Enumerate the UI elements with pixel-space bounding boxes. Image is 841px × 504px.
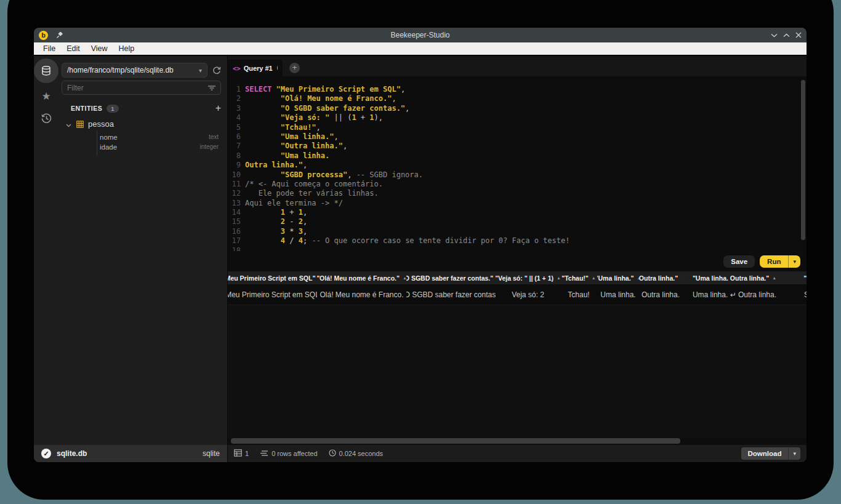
- table-cell[interactable]: Meu Primeiro Script em SQL: [228, 284, 317, 305]
- unsaved-dot-icon: [277, 66, 278, 70]
- history-tab-icon[interactable]: [41, 113, 52, 124]
- results-empty-area: [228, 306, 807, 438]
- column-header[interactable]: "Uma linha. Outra linha."▲: [682, 271, 787, 284]
- column-header[interactable]: "SGBD: [787, 271, 807, 284]
- column-header[interactable]: "Olá! Meu nome é Franco."▲: [317, 271, 406, 284]
- sidebar: ★ /home/franco/tmp/sqlite/sqlite.db ▾: [34, 56, 228, 462]
- menu-help[interactable]: Help: [115, 43, 139, 54]
- connection-type: sqlite: [203, 449, 220, 458]
- code-line: 11/* <- Aqui começa o comentário.: [228, 180, 807, 189]
- clock-icon: [329, 449, 336, 458]
- result-count-item: 1: [234, 449, 249, 458]
- main-area: <> Query #1 + 1SELECT "Meu Primeiro Scri…: [228, 56, 807, 462]
- query-actions: Save Run ▾: [228, 251, 807, 271]
- sql-editor[interactable]: 1SELECT "Meu Primeiro Script em SQL",2 "…: [228, 76, 807, 251]
- connection-name: sqlite.db: [57, 449, 87, 458]
- table-cell[interactable]: Outra linha.: [639, 284, 682, 305]
- minimize-icon[interactable]: [771, 33, 778, 38]
- table-cell[interactable]: Tchau!: [560, 284, 597, 305]
- window-title: Beekeeper-Studio: [34, 31, 807, 39]
- add-entity-icon[interactable]: +: [215, 104, 221, 113]
- column-header[interactable]: "Outra linha."▲: [639, 271, 682, 284]
- column-header[interactable]: "Meu Primeiro Script em SQL"▲: [228, 271, 317, 284]
- table-cell[interactable]: Uma linha.: [597, 284, 639, 305]
- chevron-down-icon[interactable]: [66, 119, 71, 130]
- maximize-icon[interactable]: [783, 33, 790, 38]
- beekeeper-studio-window: b Beekeeper-Studio File Edit View Help ★: [34, 28, 807, 462]
- code-line: 13Aqui ele termina -> */: [228, 199, 807, 208]
- code-line: 17 4 / 4; -- O que ocorre caso se tente …: [228, 236, 807, 246]
- code-line: 6 "Uma linha.",: [228, 132, 807, 142]
- entities-count-badge: 1: [107, 105, 118, 113]
- code-line: 3 "O SGBD saber fazer contas.",: [228, 104, 807, 113]
- entities-label: ENTITIES: [71, 105, 102, 112]
- table-name: pessoa: [88, 119, 114, 129]
- column-header[interactable]: "O SGBD saber fazer contas."▲: [406, 271, 496, 284]
- menu-file[interactable]: File: [39, 43, 60, 54]
- code-line: 10 "SGBD processa", -- SGBD ignora.: [228, 170, 807, 180]
- filter-input[interactable]: Filter: [62, 81, 221, 95]
- favorites-tab-icon[interactable]: ★: [41, 91, 50, 102]
- editor-vertical-scrollbar[interactable]: [801, 80, 805, 240]
- result-count: 1: [245, 450, 249, 457]
- download-button-group: Download ▾: [741, 447, 800, 460]
- table-cell[interactable]: SGBD: [787, 284, 807, 305]
- column-item-idade[interactable]: idade integer: [100, 142, 219, 151]
- menu-edit[interactable]: Edit: [62, 43, 84, 54]
- column-type: integer: [199, 143, 219, 150]
- save-button[interactable]: Save: [723, 255, 755, 268]
- column-header[interactable]: "Uma linha."▲: [597, 271, 639, 284]
- code-line: 12 Ele pode ter várias linhas.: [228, 189, 807, 198]
- connection-select[interactable]: /home/franco/tmp/sqlite/sqlite.db ▾: [62, 63, 207, 78]
- code-line: 1SELECT "Meu Primeiro Script em SQL",: [228, 85, 807, 94]
- results-horizontal-scrollbar[interactable]: [231, 438, 680, 444]
- table-cell[interactable]: Uma linha. ↵ Outra linha.: [682, 284, 787, 305]
- new-tab-button[interactable]: +: [289, 63, 300, 73]
- run-button-group: Run ▾: [760, 255, 800, 268]
- column-name: idade: [100, 143, 117, 151]
- tab-label: Query #1: [244, 65, 273, 72]
- download-button[interactable]: Download: [741, 447, 789, 460]
- download-options-caret-icon[interactable]: ▾: [788, 447, 800, 460]
- code-line: 5 "Tchau!",: [228, 123, 807, 132]
- table-cell[interactable]: O SGBD saber fazer contas.: [406, 284, 496, 305]
- result-grid-icon: [234, 449, 242, 458]
- filter-icon: [208, 82, 215, 94]
- table-cell[interactable]: Veja só: 2: [496, 284, 560, 305]
- table-cell[interactable]: Olá! Meu nome é Franco.: [317, 284, 406, 305]
- connection-path: /home/franco/tmp/sqlite/sqlite.db: [67, 66, 195, 74]
- close-icon[interactable]: [795, 32, 802, 38]
- refresh-icon[interactable]: [212, 66, 221, 74]
- run-options-caret-icon[interactable]: ▾: [788, 255, 800, 268]
- column-name: nome: [100, 134, 118, 141]
- sort-asc-icon[interactable]: ▲: [592, 276, 596, 280]
- code-line: 8 "Uma linha.: [228, 151, 807, 161]
- results-header-row: "Meu Primeiro Script em SQL"▲"Olá! Meu n…: [228, 271, 807, 284]
- code-line: 4 "Veja só: " || (1 + 1),: [228, 113, 807, 122]
- code-line: 7 "Outra linha.",: [228, 142, 807, 151]
- run-button[interactable]: Run: [760, 255, 788, 268]
- tab-query-1[interactable]: <> Query #1: [228, 60, 283, 76]
- rows-icon: [260, 450, 268, 457]
- column-item-nome[interactable]: nome text: [100, 132, 219, 142]
- code-line: 14 1 + 1,: [228, 208, 807, 217]
- sort-asc-icon[interactable]: ▲: [772, 276, 776, 280]
- table-item-pessoa[interactable]: pessoa: [66, 119, 221, 129]
- sidebar-rail: ★: [34, 56, 58, 445]
- editor-lines: 1SELECT "Meu Primeiro Script em SQL",2 "…: [228, 85, 807, 251]
- menu-view[interactable]: View: [87, 43, 112, 54]
- menubar: File Edit View Help: [34, 42, 807, 56]
- results-statusbar: 1 0 rows affected 0.024 seconds Download…: [228, 445, 807, 462]
- code-line: 2 "Olá! Meu nome é Franco.",: [228, 94, 807, 103]
- tabstrip: <> Query #1 +: [228, 56, 807, 76]
- titlebar[interactable]: b Beekeeper-Studio: [34, 28, 807, 42]
- column-header[interactable]: "Veja só: " || (1 + 1)▲: [496, 271, 560, 284]
- code-icon: <>: [233, 65, 241, 72]
- rows-affected: 0 rows affected: [272, 450, 317, 457]
- code-line: 15 2 - 2,: [228, 217, 807, 226]
- connected-check-icon: ✓: [41, 449, 51, 458]
- database-tab-icon[interactable]: [34, 58, 58, 83]
- column-header[interactable]: "Tchau!"▲: [560, 271, 597, 284]
- results-data-row[interactable]: Meu Primeiro Script em SQLOlá! Meu nome …: [228, 284, 807, 305]
- elapsed-item: 0.024 seconds: [329, 449, 384, 458]
